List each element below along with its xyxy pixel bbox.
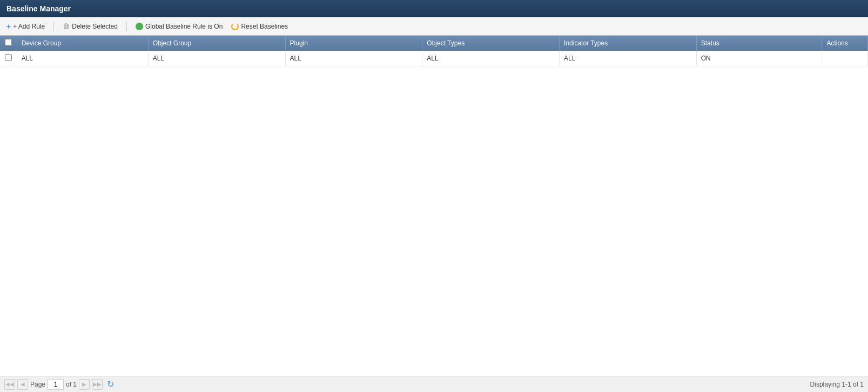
cell-object-types: ALL (422, 51, 560, 66)
app-title: Baseline Manager (6, 4, 71, 13)
cell-status: ON (696, 51, 822, 66)
cell-actions (822, 51, 868, 66)
toolbar: + + Add Rule 🗑 Delete Selected Global Ba… (0, 17, 868, 36)
next-page-button[interactable]: ▶ (79, 379, 90, 390)
title-bar: Baseline Manager (0, 0, 868, 17)
refresh-button[interactable]: ↻ (107, 379, 114, 389)
cell-plugin: ALL (285, 51, 422, 66)
toolbar-separator-1 (53, 22, 54, 31)
main-content: Device Group Object Group Plugin Object … (0, 36, 868, 376)
global-baseline-button[interactable]: Global Baseline Rule is On (133, 22, 225, 31)
pagination-bar: ◀◀ ◀ Page of 1 ▶ ▶▶ ↻ Displaying 1-1 of … (0, 376, 868, 392)
header-device-group: Device Group (17, 36, 148, 51)
table-header: Device Group Object Group Plugin Object … (0, 36, 868, 51)
toolbar-separator-2 (126, 22, 127, 31)
row-checkbox-cell[interactable] (0, 51, 17, 66)
first-page-button[interactable]: ◀◀ (4, 379, 15, 390)
delete-icon: 🗑 (63, 22, 70, 30)
prev-page-button[interactable]: ◀ (17, 379, 28, 390)
last-page-button[interactable]: ▶▶ (92, 379, 103, 390)
header-actions: Actions (822, 36, 868, 51)
select-all-checkbox[interactable] (5, 39, 12, 46)
header-status: Status (696, 36, 822, 51)
header-object-group: Object Group (148, 36, 285, 51)
global-baseline-label: Global Baseline Rule is On (145, 23, 223, 30)
cell-object-group: ALL (148, 51, 285, 66)
page-input[interactable] (48, 379, 64, 390)
header-indicator-types: Indicator Types (560, 36, 697, 51)
add-icon: + (6, 22, 11, 31)
reset-icon (231, 23, 239, 30)
page-label: Page (30, 381, 45, 388)
table-body: ALL ALL ALL ALL ALL ON (0, 51, 868, 66)
cell-indicator-types: ALL (560, 51, 697, 66)
of-label: of 1 (66, 381, 77, 388)
add-rule-button[interactable]: + + Add Rule (4, 21, 47, 32)
header-plugin: Plugin (285, 36, 422, 51)
delete-selected-label: Delete Selected (72, 23, 118, 30)
global-baseline-icon (136, 23, 143, 30)
baseline-table: Device Group Object Group Plugin Object … (0, 36, 868, 66)
cell-device-group: ALL (17, 51, 148, 66)
reset-baselines-label: Reset Baselines (241, 23, 288, 30)
header-checkbox-cell[interactable] (0, 36, 17, 51)
table-row: ALL ALL ALL ALL ALL ON (0, 51, 868, 66)
row-checkbox[interactable] (5, 54, 12, 61)
header-object-types: Object Types (422, 36, 560, 51)
add-rule-label: + Add Rule (13, 23, 45, 30)
delete-selected-button[interactable]: 🗑 Delete Selected (60, 21, 120, 31)
table-wrapper[interactable]: Device Group Object Group Plugin Object … (0, 36, 868, 376)
reset-baselines-button[interactable]: Reset Baselines (229, 22, 290, 31)
displaying-text: Displaying 1-1 of 1 (810, 381, 864, 388)
